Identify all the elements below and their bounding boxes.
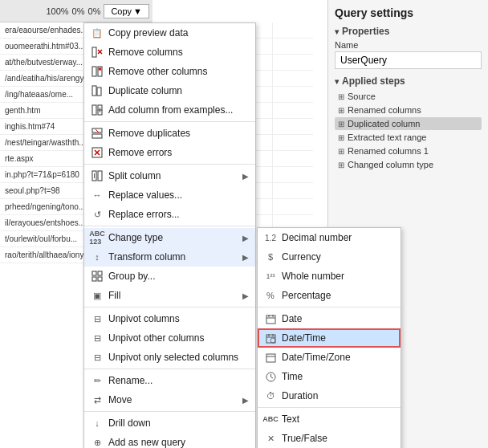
applied-steps-section[interactable]: ▾ Applied steps (335, 75, 482, 87)
menu-unpivot-only-selected[interactable]: ⊟ Unpivot only selected columns (84, 348, 255, 367)
menu-add-column-examples[interactable]: Add column from examples... (84, 100, 255, 120)
step-source[interactable]: ⊞ Source (335, 90, 482, 103)
svg-rect-3 (92, 67, 96, 76)
menu-item-label: Remove errors (108, 147, 249, 158)
menu-item-label: Split column (108, 170, 238, 181)
menu-group-by[interactable]: Group by... (84, 267, 255, 286)
submenu-datetime[interactable]: Date/Time (258, 328, 401, 348)
step-extracted-text-range[interactable]: ⊞ Extracted text range (335, 131, 482, 144)
currency-icon: $ (264, 250, 277, 263)
remove-duplicates-icon (91, 127, 104, 140)
menu-replace-errors[interactable]: ↺ Replace errors... (84, 205, 255, 224)
menu-change-type[interactable]: ABC123 Change type ▶ 1.2 Decimal number … (84, 228, 255, 247)
menu-unpivot-columns[interactable]: ⊟ Unpivot columns (84, 309, 255, 328)
menu-divider (84, 369, 255, 369)
text-icon: ABC (264, 413, 277, 426)
menu-item-label: Copy preview data (108, 27, 249, 39)
menu-unpivot-other-columns[interactable]: ⊟ Unpivot other columns (84, 328, 255, 348)
svg-line-35 (270, 377, 273, 378)
menu-copy-preview[interactable]: 📋 Copy preview data (84, 23, 255, 43)
menu-remove-duplicates[interactable]: Remove duplicates (84, 124, 255, 143)
submenu-item-label: Duration (282, 390, 394, 401)
menu-item-label: Drill down (108, 417, 249, 429)
menu-duplicate-column[interactable]: Duplicate column (84, 81, 255, 100)
submenu-divider (258, 307, 401, 307)
svg-line-15 (96, 129, 99, 132)
step-label: Renamed columns (348, 105, 421, 115)
menu-move[interactable]: ⇄ Move ▶ (84, 390, 255, 409)
fill-icon: ▣ (91, 289, 104, 302)
menu-divider (84, 164, 255, 165)
menu-remove-columns[interactable]: Remove columns (84, 43, 255, 62)
context-menu: 📋 Copy preview data Remove columns Remov… (83, 22, 256, 448)
copy-button[interactable]: Copy ▼ (104, 4, 149, 18)
query-name-input[interactable] (335, 51, 482, 69)
properties-section[interactable]: ▾ Properties (335, 26, 482, 37)
menu-add-as-new-query[interactable]: ⊕ Add as new query (84, 433, 255, 448)
menu-item-label: Replace errors... (108, 209, 249, 220)
menu-fill[interactable]: ▣ Fill ▶ (84, 286, 255, 305)
menu-drill-down[interactable]: ↓ Drill down (84, 413, 255, 433)
name-label: Name (335, 40, 482, 50)
svg-rect-39 (98, 277, 102, 281)
unpivot-selected-icon: ⊟ (91, 351, 104, 364)
menu-divider (84, 121, 255, 122)
menu-item-label: Rename... (108, 375, 249, 386)
pct1-text: 100% (46, 6, 68, 16)
rename-icon: ✏ (91, 374, 104, 387)
menu-remove-other-columns[interactable]: Remove other columns (84, 62, 255, 81)
menu-rename[interactable]: ✏ Rename... (84, 371, 255, 390)
svg-rect-22 (266, 316, 275, 324)
step-icon: ⊞ (338, 106, 344, 115)
menu-item-label: Duplicate column (108, 85, 249, 96)
datetimezone-icon (264, 351, 277, 364)
menu-replace-values[interactable]: ↔ Replace values... (84, 185, 255, 205)
submenu-item-label: Currency (282, 251, 394, 263)
remove-errors-icon (91, 146, 104, 159)
add-column-icon (91, 104, 104, 116)
svg-rect-31 (266, 354, 275, 362)
submenu-currency[interactable]: $ Currency (258, 247, 401, 267)
add-query-icon: ⊕ (91, 436, 104, 448)
menu-item-label: Add as new query (108, 437, 249, 448)
arrow-icon: ▶ (242, 291, 249, 300)
arrow-icon: ▶ (242, 396, 249, 405)
step-duplicated-column[interactable]: ⊞ Duplicated column (335, 117, 482, 130)
step-icon: ⊞ (338, 92, 344, 101)
svg-rect-38 (92, 277, 96, 281)
remove-other-columns-icon (91, 65, 104, 78)
arrow-icon: ▶ (242, 234, 249, 242)
submenu-date[interactable]: Date (258, 309, 401, 328)
true-false-icon: ✕ (264, 432, 277, 445)
menu-split-column[interactable]: Split column ▶ (84, 166, 255, 185)
submenu-datetimezone[interactable]: Date/Time/Zone (258, 348, 401, 367)
percentage-icon: % (264, 289, 277, 302)
menu-remove-errors[interactable]: Remove errors (84, 143, 255, 162)
submenu-duration[interactable]: ⏱ Duration (258, 386, 401, 405)
submenu-time[interactable]: Time (258, 367, 401, 386)
submenu-text[interactable]: ABC Text (258, 409, 401, 429)
step-label: Changed column type (348, 160, 433, 169)
menu-transform-column[interactable]: ↕ Transform column ▶ (84, 247, 255, 267)
chevron-down-icon: ▾ (335, 27, 339, 36)
step-icon: ⊞ (338, 133, 344, 142)
duration-icon: ⏱ (264, 389, 277, 402)
menu-item-label: Replace values... (108, 189, 249, 201)
menu-item-label: Unpivot only selected columns (108, 352, 249, 363)
svg-rect-37 (98, 271, 102, 275)
submenu-percentage[interactable]: % Percentage (258, 286, 401, 305)
step-renamed-columns[interactable]: ⊞ Renamed columns (335, 104, 482, 116)
menu-item-label: Remove duplicates (108, 128, 249, 139)
drill-down-icon: ↓ (91, 417, 104, 430)
duplicate-column-icon (91, 84, 104, 97)
step-changed-column-type[interactable]: ⊞ Changed column type (335, 158, 482, 171)
arrow-icon: ▶ (242, 172, 249, 181)
submenu-true-false[interactable]: ✕ True/False (258, 429, 401, 448)
submenu-decimal-number[interactable]: 1.2 Decimal number (258, 228, 401, 247)
step-renamed-columns-1[interactable]: ⊞ Renamed columns 1 (335, 145, 482, 157)
submenu-whole-number[interactable]: 1²³ Whole number (258, 267, 401, 286)
menu-item-label: Move (108, 394, 238, 405)
menu-item-label: Fill (108, 290, 238, 301)
step-icon: ⊞ (338, 120, 344, 128)
steps-list: ⊞ Source ⊞ Renamed columns ⊞ Duplicated … (335, 90, 482, 171)
